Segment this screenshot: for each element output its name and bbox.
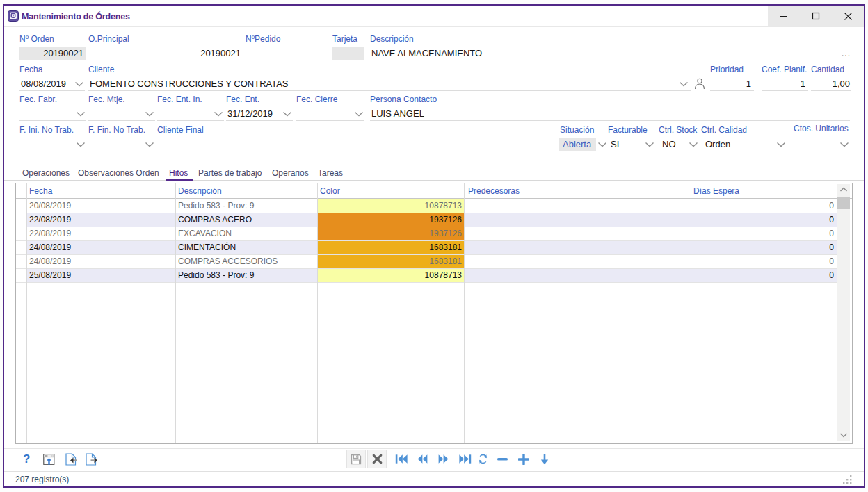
col-header-predecesoras[interactable]: Predecesoras: [468, 186, 520, 196]
ctos-unitarios-label: Ctos. Unitarios: [794, 124, 849, 133]
grid-header: Fecha Descripción Color Predecesoras Día…: [16, 183, 852, 199]
situacion-dropdown-icon[interactable]: [597, 142, 607, 147]
move-down-icon[interactable]: [540, 453, 549, 465]
cliente-final-field[interactable]: [157, 138, 366, 151]
next-record-icon[interactable]: [438, 454, 449, 464]
toolbar-separator: [4, 448, 864, 449]
cell-fecha: 24/08/2019: [29, 241, 172, 254]
first-record-icon[interactable]: [395, 454, 408, 464]
cell-fecha: 24/08/2019: [29, 255, 172, 268]
document-export-icon[interactable]: [86, 453, 98, 466]
cancel-button[interactable]: [367, 450, 387, 468]
cell-fecha: 22/08/2019: [29, 213, 172, 227]
col-header-color[interactable]: Color: [320, 186, 340, 196]
add-record-icon[interactable]: [518, 454, 529, 465]
persona-contacto-field[interactable]: LUIS ANGEL: [370, 108, 850, 121]
facturable-dropdown-icon[interactable]: [645, 142, 654, 147]
grid-col-line: [837, 183, 837, 443]
cell-color: 10878713: [318, 199, 464, 213]
table-row[interactable]: 22/08/2019 COMPRAS ACERO 1937126 0: [16, 213, 837, 227]
window-export-icon[interactable]: [43, 454, 55, 466]
scroll-down-icon[interactable]: [839, 432, 848, 438]
f-fin-no-trab-dropdown-icon[interactable]: [145, 142, 154, 147]
table-row[interactable]: 25/08/2019 Pedido 583 - Prov: 9 10878713…: [16, 269, 837, 283]
descripcion-field[interactable]: NAVE ALMACENAMIENTO: [370, 47, 835, 60]
grid-col-line: [26, 183, 27, 443]
hitos-grid: Fecha Descripción Color Predecesoras Día…: [15, 183, 853, 444]
maximize-button[interactable]: [800, 6, 832, 26]
n-pedido-field[interactable]: [246, 47, 327, 60]
f-ini-no-trab-dropdown-icon[interactable]: [76, 142, 86, 147]
prioridad-field[interactable]: 1: [710, 78, 754, 91]
cell-descripcion: CIMENTACIÓN: [178, 241, 314, 254]
tab-observaciones-orden[interactable]: Observaciones Orden: [78, 168, 159, 178]
n-orden-field[interactable]: 20190021: [19, 47, 86, 60]
coef-planif-label: Coef. Planif.: [762, 65, 807, 74]
fec-ent-in-dropdown-icon[interactable]: [214, 111, 223, 117]
resize-grip-icon[interactable]: [843, 475, 853, 484]
grid-vertical-scrollbar[interactable]: [837, 184, 850, 441]
fec-ent-label: Fec. Ent.: [226, 95, 259, 104]
descripcion-label: Descripción: [370, 34, 414, 44]
window-title: Mantenimiento de Órdenes: [22, 12, 130, 22]
cliente-contact-person-icon[interactable]: [693, 77, 707, 90]
fec-ent-dropdown-icon[interactable]: [282, 111, 292, 117]
col-header-dias-espera[interactable]: Días Espera: [693, 186, 739, 196]
tab-operarios[interactable]: Operarios: [272, 168, 309, 178]
help-button[interactable]: ?: [23, 452, 30, 466]
cantidad-field[interactable]: 1,00: [811, 78, 851, 91]
tarjeta-label: Tarjeta: [332, 34, 357, 44]
col-header-descripcion[interactable]: Descripción: [178, 186, 222, 196]
coef-planif-field[interactable]: 1: [762, 78, 808, 91]
cell-dias-espera: 0: [693, 269, 834, 282]
fecha-dropdown-icon[interactable]: [74, 81, 84, 87]
document-import-icon[interactable]: [65, 453, 77, 466]
previous-record-icon[interactable]: [417, 454, 428, 464]
last-record-icon[interactable]: [459, 454, 472, 464]
cell-predecesoras: [468, 255, 687, 268]
scroll-up-icon[interactable]: [839, 187, 848, 192]
cell-color: 1937126: [318, 227, 464, 240]
cell-dias-espera: 0: [693, 213, 834, 227]
fec-mtje-dropdown-icon[interactable]: [145, 111, 154, 117]
table-row[interactable]: 24/08/2019 CIMENTACIÓN 1683181 0: [16, 241, 837, 255]
ctrl-calidad-dropdown-icon[interactable]: [776, 142, 786, 147]
cell-color: 10878713: [318, 269, 464, 282]
table-row[interactable]: 24/08/2019 COMPRAS ACCESORIOS 1683181 0: [16, 255, 837, 269]
descripcion-ellipsis-button[interactable]: ...: [842, 49, 851, 58]
close-button[interactable]: [832, 6, 864, 26]
app-window: Mantenimiento de Órdenes Nº Orden 201900…: [3, 4, 865, 488]
tab-hitos[interactable]: Hitos: [169, 168, 188, 178]
table-row[interactable]: 20/08/2019 Pedido 583 - Prov: 9 10878713…: [16, 199, 837, 213]
scrollbar-thumb[interactable]: [837, 197, 850, 209]
save-button[interactable]: [346, 450, 366, 468]
ctrl-calidad-field[interactable]: Orden: [701, 138, 788, 151]
cell-fecha: 20/08/2019: [29, 199, 172, 213]
tab-operaciones[interactable]: Operaciones: [22, 168, 70, 178]
tabstrip-baseline: [4, 180, 864, 181]
o-principal-field[interactable]: 20190021: [88, 47, 243, 60]
fec-fabr-dropdown-icon[interactable]: [76, 111, 86, 117]
delete-record-icon[interactable]: [497, 458, 508, 461]
persona-contacto-label: Persona Contacto: [370, 95, 437, 104]
table-row[interactable]: 22/08/2019 EXCAVACION 1937126 0: [16, 227, 837, 241]
col-header-fecha[interactable]: Fecha: [29, 186, 52, 196]
tarjeta-field[interactable]: [332, 47, 364, 60]
fec-cierre-dropdown-icon[interactable]: [354, 111, 364, 117]
maximize-icon: [812, 12, 820, 20]
cell-dias-espera: 0: [693, 241, 834, 254]
situacion-field[interactable]: Abierta: [559, 138, 596, 151]
refresh-icon[interactable]: [478, 454, 488, 464]
cliente-dropdown-icon[interactable]: [679, 81, 689, 87]
tab-partes-de-trabajo[interactable]: Partes de trabajo: [198, 168, 262, 178]
ctos-unitarios-dropdown-icon[interactable]: [839, 142, 849, 147]
cell-dias-espera: 0: [693, 199, 834, 213]
ctrl-stock-dropdown-icon[interactable]: [689, 142, 698, 147]
minimize-button[interactable]: [768, 6, 800, 26]
cell-descripcion: EXCAVACION: [178, 227, 314, 240]
cliente-field[interactable]: FOMENTO CONSTRUCCIONES Y CONTRATAS: [88, 78, 691, 91]
fec-mtje-label: Fec. Mtje.: [88, 95, 125, 104]
active-tab-underline: [166, 179, 193, 181]
titlebar-separator: [4, 26, 864, 27]
tab-tareas[interactable]: Tareas: [318, 168, 343, 178]
